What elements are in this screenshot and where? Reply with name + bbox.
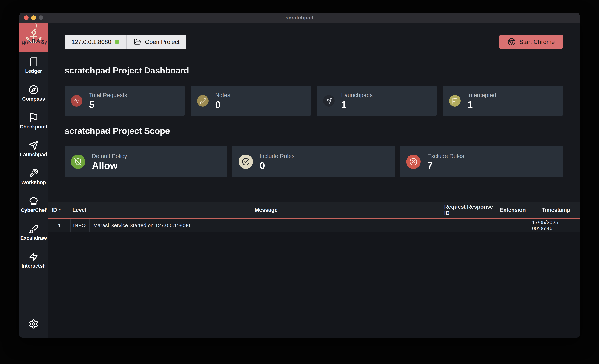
open-project-button[interactable]: Open Project [127,35,186,49]
sidebar-item-label: Workshop [21,179,46,185]
stat-value: 0 [215,100,230,110]
check-circle-icon [242,158,250,166]
scope-value: 0 [260,161,295,170]
sort-icon: ↕ [59,207,61,213]
log-cell-message: Marasi Service Started on 127.0.0.1:8080 [90,219,442,232]
stat-card-intercepted: Intercepted 1 [443,86,563,116]
scope-cards: Default Policy Allow Include Rules 0 [65,146,563,177]
scope-label: Default Policy [92,153,127,160]
column-header-level: Level [71,202,90,218]
proxy-segmented-control: 127.0.0.1:8080 Open Project [65,35,186,49]
window-title: scratchpad [19,15,580,21]
sidebar-item-label: Excalidraw [20,235,47,241]
sidebar-item-label: Launchpad [20,152,47,158]
stat-label: Notes [215,92,230,98]
sidebar-nav: Ledger Compass Checkpoint [20,52,47,269]
scope-card-exclude-rules: Exclude Rules 7 [400,146,563,177]
log-table-header: ID ↕ Level Message Request Response ID E… [48,202,580,219]
sidebar-item-workshop[interactable]: Workshop [21,168,46,185]
chrome-icon [508,38,516,46]
column-header-id[interactable]: ID ↕ [48,202,71,218]
log-table: ID ↕ Level Message Request Response ID E… [48,202,580,338]
open-project-label: Open Project [145,38,179,45]
scope-label: Include Rules [260,153,295,160]
sidebar-item-label: Compass [22,96,45,102]
column-header-message: Message [90,202,442,218]
scope-title: scratchpad Project Scope [65,126,580,136]
compass-icon [29,85,38,95]
table-row[interactable]: 1 INFO Marasi Service Started on 127.0.0… [48,219,580,232]
stat-card-launchpads: Launchpads 1 [317,86,437,116]
sidebar-item-cyberchef[interactable]: CyberChef [21,196,46,213]
sidebar-item-ledger[interactable]: Ledger [25,57,42,74]
column-header-request-response-id: Request Response ID [442,202,498,218]
stat-card-total-requests: Total Requests 5 [65,86,185,116]
scope-label: Exclude Rules [427,153,464,160]
dashboard-title: scratchpad Project Dashboard [65,65,580,76]
sidebar-item-label: Ledger [25,68,42,74]
wrench-icon [29,168,38,178]
app-window: scratchpad MARASI [19,13,580,338]
sidebar-item-launchpad[interactable]: Launchpad [20,141,47,158]
sidebar-item-checkpoint[interactable]: Checkpoint [20,113,47,130]
shield-off-icon [74,158,82,166]
stat-card-notes: Notes 0 [191,86,311,116]
pencil-icon [200,98,206,104]
sidebar-item-excalidraw[interactable]: Excalidraw [20,224,47,241]
book-icon [29,57,38,67]
toolbar: 127.0.0.1:8080 Open Project [65,35,563,49]
column-header-timestamp: Timestamp [532,202,580,218]
log-table-empty-area [48,232,580,338]
stat-label: Launchpads [341,92,373,98]
activity-icon [73,98,80,104]
proxy-online-dot-icon [115,40,119,44]
proxy-address-button[interactable]: 127.0.0.1:8080 [65,35,126,49]
proxy-address: 127.0.0.1:8080 [71,38,111,45]
folder-open-icon [134,38,141,45]
brush-icon [29,224,38,234]
send-icon [326,98,332,104]
sidebar-item-label: Checkpoint [20,124,47,130]
send-icon [29,141,38,150]
main-content: 127.0.0.1:8080 Open Project [48,23,580,338]
start-chrome-label: Start Chrome [520,38,555,45]
flag-icon [452,98,458,104]
log-cell-id: 1 [48,219,71,232]
settings-button[interactable] [28,319,39,330]
x-circle-icon [409,158,417,166]
log-cell-level: INFO [71,219,90,232]
zap-icon [29,252,38,262]
dashboard-stats: Total Requests 5 Notes 0 [65,86,563,116]
scope-card-default-policy: Default Policy Allow [65,146,228,177]
scope-value: Allow [92,161,127,170]
flag-icon [29,113,38,123]
sidebar-item-label: Interactsh [22,263,46,269]
titlebar: scratchpad [19,13,580,23]
log-cell-timestamp: 17/05/2025, 00:06:46 [532,219,580,232]
sidebar: MARASI Ledger Compass [19,23,48,338]
scope-card-include-rules: Include Rules 0 [232,146,395,177]
chef-hat-icon [29,196,38,206]
column-header-extension: Extension [498,202,532,218]
sidebar-item-compass[interactable]: Compass [22,85,45,102]
stat-value: 5 [89,100,127,110]
stat-value: 1 [467,100,496,110]
log-cell-request-response-id [442,219,498,232]
stat-label: Intercepted [467,92,496,98]
stat-value: 1 [341,100,373,110]
scope-value: 7 [427,161,464,170]
sidebar-item-interactsh[interactable]: Interactsh [22,252,46,269]
marasi-logo: MARASI [19,23,48,52]
log-cell-extension [498,219,532,232]
stat-label: Total Requests [89,92,127,98]
gear-icon [28,319,39,329]
start-chrome-button[interactable]: Start Chrome [500,35,563,49]
sidebar-item-label: CyberChef [21,207,46,213]
